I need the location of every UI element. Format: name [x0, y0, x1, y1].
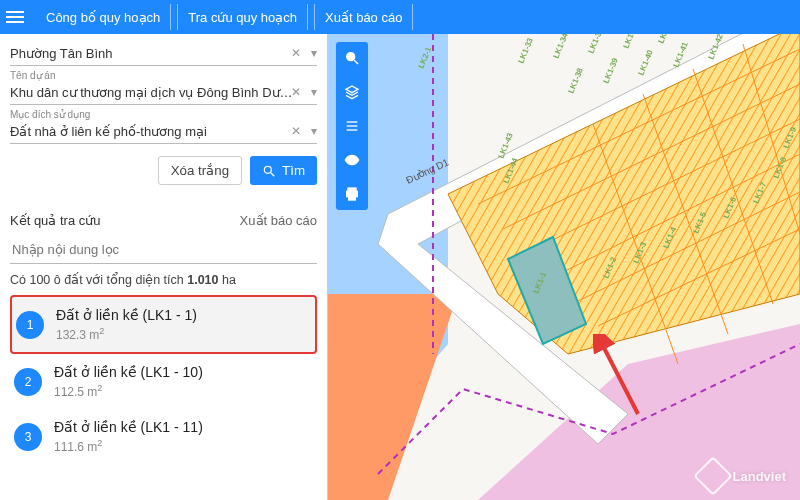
landuse-value: Đất nhà ở liên kế phố-thương mại	[10, 124, 299, 139]
result-title: Đất ở liền kề (LK1 - 11)	[54, 419, 203, 435]
result-index: 1	[16, 311, 44, 339]
result-title: Đất ở liền kề (LK1 - 1)	[56, 307, 197, 323]
search-icon	[262, 164, 276, 178]
result-area: 111.6 m2	[54, 438, 203, 454]
ward-field[interactable]: Phường Tân Bình ✕ ▾	[10, 42, 317, 66]
svg-line-1	[271, 172, 275, 176]
map-toolbar	[336, 42, 368, 210]
print-icon[interactable]	[342, 184, 362, 204]
tab-publish[interactable]: Công bố quy hoạch	[36, 4, 171, 30]
svg-point-0	[264, 166, 271, 173]
sidebar: Phường Tân Bình ✕ ▾ Tên dự án Khu dân cư…	[0, 34, 328, 500]
clear-icon[interactable]: ✕	[291, 124, 301, 138]
tab-lookup[interactable]: Tra cứu quy hoạch	[177, 4, 308, 30]
result-title: Đất ở liền kề (LK1 - 10)	[54, 364, 203, 380]
map-svg: Đường D1 LK2-1LK1-33LK1-34LK1-35LK1-36LK…	[328, 34, 800, 500]
project-value: Khu dân cư thương mại dịch vụ Đông Bình …	[10, 85, 299, 100]
project-field[interactable]: Khu dân cư thương mại dịch vụ Đông Bình …	[10, 81, 317, 105]
map-canvas[interactable]: Đường D1 LK2-1LK1-33LK1-34LK1-35LK1-36LK…	[328, 34, 800, 500]
result-index: 2	[14, 368, 42, 396]
chevron-down-icon[interactable]: ▾	[311, 46, 317, 60]
result-item[interactable]: 2 Đất ở liền kề (LK1 - 10) 112.5 m2	[10, 354, 317, 409]
eye-icon[interactable]	[342, 150, 362, 170]
logo-icon	[693, 456, 733, 496]
menu-icon[interactable]	[6, 5, 30, 29]
filter-input[interactable]	[10, 236, 317, 264]
result-index: 3	[14, 423, 42, 451]
search-icon[interactable]	[342, 48, 362, 68]
tab-export[interactable]: Xuất báo cáo	[314, 4, 413, 30]
landuse-field[interactable]: Đất nhà ở liên kế phố-thương mại ✕ ▾	[10, 120, 317, 144]
watermark-text: Landviet	[733, 469, 786, 484]
result-list: 1 Đất ở liền kề (LK1 - 1) 132.3 m22 Đất …	[10, 295, 317, 464]
result-area: 132.3 m2	[56, 326, 197, 342]
landuse-caption: Mục đích sử dụng	[10, 109, 317, 120]
svg-line-24	[354, 60, 358, 64]
svg-rect-31	[349, 195, 356, 200]
layers-icon[interactable]	[342, 82, 362, 102]
result-item[interactable]: 3 Đất ở liền kề (LK1 - 11) 111.6 m2	[10, 409, 317, 464]
results-heading: Kết quả tra cứu	[10, 213, 100, 228]
top-bar: Công bố quy hoạch Tra cứu quy hoạch Xuất…	[0, 0, 800, 34]
legend-icon[interactable]	[342, 116, 362, 136]
project-caption: Tên dự án	[10, 70, 317, 81]
export-report-link[interactable]: Xuất báo cáo	[240, 213, 317, 228]
result-item[interactable]: 1 Đất ở liền kề (LK1 - 1) 132.3 m2	[10, 295, 317, 354]
result-area: 112.5 m2	[54, 383, 203, 399]
chevron-down-icon[interactable]: ▾	[311, 85, 317, 99]
chevron-down-icon[interactable]: ▾	[311, 124, 317, 138]
clear-icon[interactable]: ✕	[291, 46, 301, 60]
svg-point-28	[350, 158, 354, 162]
watermark: Landviet	[699, 462, 786, 490]
search-button[interactable]: Tìm	[250, 156, 317, 185]
svg-point-23	[347, 53, 355, 61]
ward-value: Phường Tân Bình	[10, 46, 299, 61]
clear-button[interactable]: Xóa trắng	[158, 156, 242, 185]
result-count: Có 100 ô đất với tổng diện tích 1.010 ha	[10, 272, 317, 287]
clear-icon[interactable]: ✕	[291, 85, 301, 99]
search-button-label: Tìm	[282, 163, 305, 178]
